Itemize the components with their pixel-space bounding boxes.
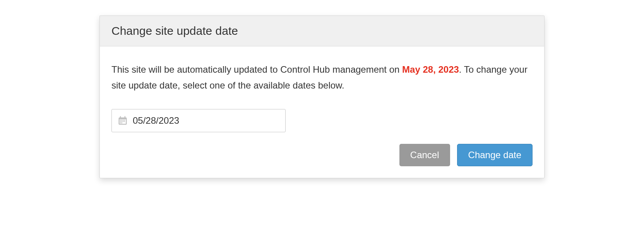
svg-rect-3	[125, 116, 125, 118]
change-site-update-date-dialog: Change site update date This site will b…	[99, 15, 545, 178]
svg-rect-6	[123, 119, 123, 120]
svg-rect-12	[120, 122, 121, 123]
svg-rect-2	[120, 116, 121, 118]
description-pre: This site will be automatically updated …	[111, 64, 402, 75]
svg-rect-8	[120, 121, 121, 122]
svg-rect-7	[124, 119, 125, 120]
dialog-body: This site will be automatically updated …	[100, 46, 544, 144]
dialog-title: Change site update date	[111, 24, 533, 38]
svg-rect-11	[124, 121, 125, 122]
svg-rect-10	[123, 121, 123, 122]
date-input[interactable]	[133, 115, 280, 126]
calendar-icon	[117, 115, 128, 126]
dialog-header: Change site update date	[100, 16, 544, 46]
date-picker[interactable]	[111, 109, 286, 132]
svg-rect-9	[122, 121, 122, 122]
cancel-button[interactable]: Cancel	[399, 144, 450, 166]
svg-rect-5	[122, 119, 122, 120]
svg-rect-4	[120, 119, 121, 120]
dialog-footer: Cancel Change date	[100, 144, 544, 178]
dialog-description: This site will be automatically updated …	[111, 62, 533, 94]
svg-rect-13	[122, 122, 122, 123]
scheduled-date-highlight: May 28, 2023	[402, 64, 459, 75]
change-date-button[interactable]: Change date	[457, 144, 533, 166]
